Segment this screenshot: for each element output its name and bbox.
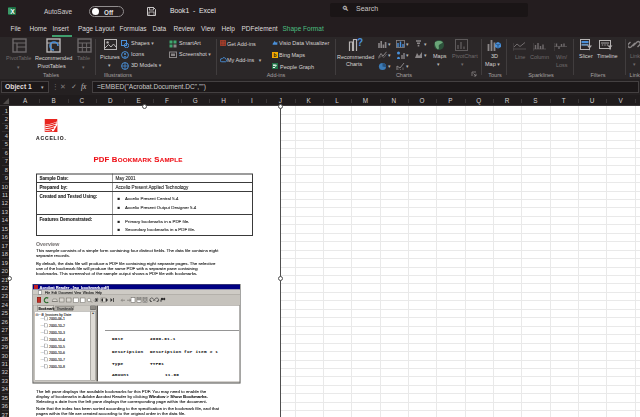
svg-text:b: b <box>273 52 276 58</box>
svg-text:?: ? <box>357 38 363 48</box>
